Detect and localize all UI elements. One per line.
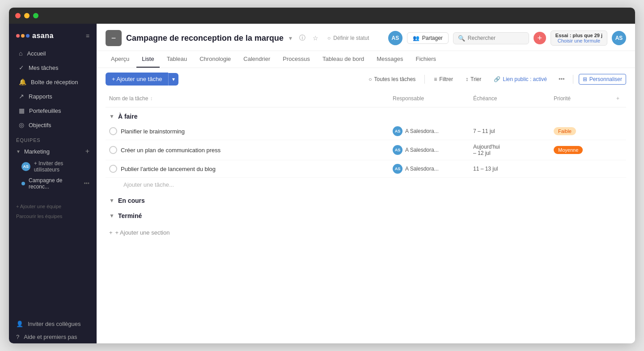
goals-icon: ◎ (19, 121, 24, 128)
task-table: Nom de la tâche ↕ Responsable Échéance P… (97, 90, 635, 343)
tab-chronologie[interactable]: Chronologie (194, 51, 236, 68)
customize-button[interactable]: ⊞ Personnaliser (579, 74, 626, 85)
logo-dot-orange (21, 34, 25, 38)
sidebar-item-label: Mes tâches (29, 64, 58, 71)
task-complete-checkbox[interactable] (109, 146, 117, 154)
public-link-button[interactable]: 🔗 Lien public : activé (490, 74, 551, 84)
check-icon: ✓ (19, 64, 24, 71)
tab-liste[interactable]: Liste (136, 51, 159, 68)
table-row: Publier l'article de lancement du blog A… (106, 160, 626, 178)
app-body: asana ≡ ⌂ Accueil ✓ Mes tâches 🔔 Boîte d… (9, 24, 635, 343)
due-date: 7 – 11 jul (473, 128, 495, 134)
task-complete-checkbox[interactable] (109, 165, 117, 173)
toolbar-right: ○ Toutes les tâches ≡ Filtrer ↕ Trier 🔗 (365, 74, 626, 85)
assignee-cell: AS A Salesdora... (389, 124, 470, 139)
sidebar-item-label: Objectifs (29, 122, 51, 128)
sidebar-item-portefeuilles[interactable]: ▦ Portefeuilles (12, 104, 94, 117)
add-section-button[interactable]: + + Ajouter une section (106, 222, 626, 243)
team-name: Marketing (24, 148, 50, 155)
maximize-button[interactable] (33, 13, 38, 18)
add-team-link[interactable]: + Ajouter une équipe (16, 204, 89, 209)
logo-dot-red (16, 34, 20, 38)
titlebar (9, 8, 635, 24)
assignee-name: A Salesdora... (405, 128, 439, 134)
search-input[interactable] (468, 35, 521, 41)
priority-badge: Moyenne (554, 146, 583, 154)
section-chevron-icon: ▼ (109, 197, 114, 204)
table-row: Planifier le brainstorming AS A Salesdor… (106, 123, 626, 140)
invite-users-item[interactable]: AS + Inviter des utilisateurs (9, 158, 97, 175)
sidebar-item-mes-taches[interactable]: ✓ Mes tâches (12, 61, 94, 74)
project-dot (21, 182, 25, 185)
sidebar-item-boite-reception[interactable]: 🔔 Boîte de réception (12, 75, 94, 89)
create-button[interactable]: + (534, 32, 546, 44)
col-add[interactable]: + (613, 94, 626, 103)
task-name[interactable]: Planifier le brainstorming (121, 128, 185, 135)
star-icon[interactable]: ☆ (311, 34, 320, 43)
tab-tableau-de-bord[interactable]: Tableau de bord (317, 51, 369, 68)
team-add-icon[interactable]: + (85, 147, 89, 155)
asana-dots (16, 34, 30, 38)
status-button[interactable]: ○ Définir le statut (324, 33, 373, 43)
col-assignee: Responsable (389, 94, 470, 103)
priority-cell: Faible (550, 124, 613, 138)
add-task-caret-button[interactable]: ▾ (168, 73, 178, 86)
sort-button[interactable]: ↕ Trier (462, 74, 485, 84)
trial-banner[interactable]: Essai : plus que 29 j Choisir une formul… (551, 30, 607, 46)
app-window: asana ≡ ⌂ Accueil ✓ Mes tâches 🔔 Boîte d… (9, 8, 635, 343)
task-complete-checkbox[interactable] (109, 127, 117, 135)
tab-processus[interactable]: Processus (277, 51, 315, 68)
tab-messages[interactable]: Messages (371, 51, 408, 68)
add-task-main-button[interactable]: + Ajouter une tâche (106, 73, 168, 86)
priority-cell (550, 166, 613, 171)
table-header: Nom de la tâche ↕ Responsable Échéance P… (106, 90, 626, 107)
sidebar-project-campagne[interactable]: Campagne de reconc... ••• (9, 175, 97, 192)
main-content: − Campagne de reconception de la marque … (97, 24, 635, 343)
toolbar: + Ajouter une tâche ▾ ○ Toutes les tâche… (97, 68, 635, 90)
filter-button[interactable]: ≡ Filtrer (430, 74, 457, 84)
trial-choose-plan[interactable]: Choisir une formule (555, 38, 602, 43)
help-item[interactable]: ? Aide et premiers pas (9, 330, 97, 343)
section-a-faire[interactable]: ▼ À faire (106, 107, 626, 123)
assignee-avatar: AS (393, 145, 402, 155)
share-icon: 👥 (413, 35, 419, 41)
tab-fichiers[interactable]: Fichiers (411, 51, 442, 68)
table-row: Créer un plan de communication press AS … (106, 140, 626, 160)
more-options-button[interactable]: ••• (556, 75, 568, 83)
all-tasks-button[interactable]: ○ Toutes les tâches (365, 74, 419, 84)
info-icon[interactable]: ⓘ (297, 33, 307, 43)
close-button[interactable] (15, 13, 21, 18)
user-avatar[interactable]: AS (612, 31, 626, 45)
asana-brand-name: asana (32, 32, 54, 40)
due-date-line1: Aujourd'hui (473, 144, 500, 150)
chevron-down-icon[interactable]: ▾ (287, 34, 294, 43)
sidebar-item-objectifs[interactable]: ◎ Objectifs (12, 118, 94, 132)
project-more-icon[interactable]: ••• (84, 180, 89, 187)
browse-teams-link[interactable]: Parcourir les équipes (16, 214, 89, 219)
priority-badge: Faible (554, 127, 576, 135)
section-en-cours[interactable]: ▼ En cours (106, 192, 626, 207)
due-date-line2: – 12 jul (473, 150, 500, 156)
task-name[interactable]: Créer un plan de communication press (121, 147, 220, 154)
sidebar-item-rapports[interactable]: ↗ Rapports (12, 90, 94, 103)
avatar-header: AS (388, 31, 402, 45)
sidebar-collapse-icon[interactable]: ≡ (86, 32, 89, 39)
task-name[interactable]: Publier l'article de lancement du blog (121, 166, 216, 172)
project-icon: − (106, 30, 122, 46)
search-bar[interactable]: 🔍 (453, 32, 529, 44)
project-title-area: Campagne de reconception de la marque ▾ … (126, 33, 384, 43)
toolbar-divider-1 (424, 75, 425, 84)
tab-apercu[interactable]: Aperçu (106, 51, 135, 68)
add-task-inline[interactable]: Ajouter une tâche... (106, 178, 626, 192)
team-marketing-header[interactable]: ▼ Marketing + (9, 145, 97, 158)
sidebar-item-accueil[interactable]: ⌂ Accueil (12, 47, 94, 60)
minimize-button[interactable] (24, 13, 30, 18)
tab-tableau[interactable]: Tableau (161, 51, 193, 68)
col-due: Échéance (470, 94, 550, 103)
filter-icon: ≡ (434, 76, 437, 82)
task-name-cell: Publier l'article de lancement du blog (106, 162, 389, 176)
tab-calendrier[interactable]: Calendrier (238, 51, 275, 68)
section-termine[interactable]: ▼ Terminé (106, 207, 626, 222)
share-button[interactable]: 👥 Partager (407, 32, 449, 44)
invite-colleagues-item[interactable]: 👤 Inviter des collègues (9, 317, 97, 330)
